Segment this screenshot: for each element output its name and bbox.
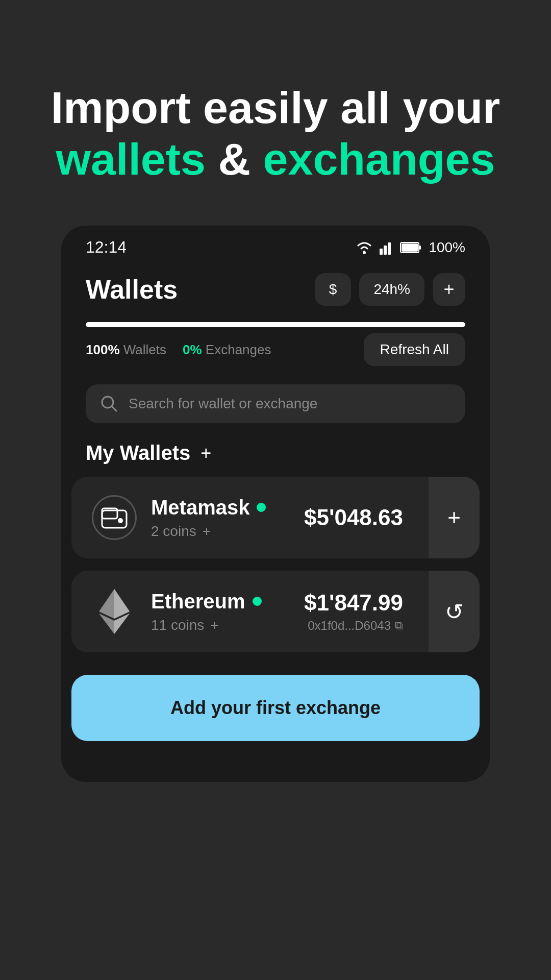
wallet-cards-area: Metamask 2 coins + $5'048.63 + [61,477,490,652]
ethereum-add-coins-button[interactable]: + [210,617,218,633]
ethereum-icon [92,589,137,634]
battery-icon [400,241,422,254]
ethereum-refresh-icon: ↺ [445,599,464,625]
ethereum-coins-count: 11 coins [151,617,204,633]
status-bar: 12:14 100% [61,226,490,265]
ethereum-wallet-card: Ethereum 11 coins + $1'847.99 0x1f0d...D… [71,571,480,652]
search-icon [100,395,118,413]
metamask-status-dot [257,503,266,512]
metamask-wallet-card: Metamask 2 coins + $5'048.63 + [71,477,480,558]
status-time: 12:14 [86,238,127,257]
ethereum-address-text: 0x1f0d...D6043 [308,619,391,633]
wifi-icon [355,240,373,255]
progress-labels-row: 100% Wallets 0% Exchanges Refresh All [86,333,465,366]
metamask-icon [92,495,137,540]
hero-wallets: wallets [56,134,206,184]
svg-point-0 [363,251,366,254]
phone-mockup: 12:14 100% Wallet [61,226,490,782]
progress-section: 100% Wallets 0% Exchanges Refresh All [61,318,490,374]
search-placeholder: Search for wallet or exchange [129,396,317,412]
status-icons: 100% [355,239,465,256]
svg-point-11 [118,518,123,523]
metamask-info: Metamask 2 coins + [151,496,290,540]
svg-rect-1 [380,249,383,255]
hero-line1: Import easily all your [51,82,500,133]
svg-rect-6 [402,243,418,252]
metamask-name: Metamask [151,496,249,519]
metamask-add-coins-button[interactable]: + [203,523,211,540]
refresh-all-button[interactable]: Refresh All [364,333,465,366]
progress-labels: 100% Wallets 0% Exchanges [86,342,271,358]
header-buttons: $ 24h% + [315,273,465,306]
app-title: Wallets [86,274,178,305]
ethereum-info: Ethereum 11 coins + [151,590,290,633]
wallets-pct: 100% [86,342,120,357]
search-bar[interactable]: Search for wallet or exchange [86,384,465,423]
app-header: Wallets $ 24h% + [61,265,490,318]
wallets-section-title: My Wallets [86,442,190,464]
ethereum-amount-area: $1'847.99 0x1f0d...D6043 ⧉ [304,590,403,633]
ethereum-name: Ethereum [151,590,245,613]
ethereum-action-button[interactable]: ↺ [429,571,480,652]
svg-rect-5 [419,246,421,250]
copy-icon[interactable]: ⧉ [395,619,403,632]
hero-section: Import easily all your wallets & exchang… [0,0,551,226]
progress-bar-fill [86,322,465,327]
add-to-wallets-button[interactable]: + [201,443,211,464]
wallets-progress-label: 100% Wallets [86,342,166,358]
metamask-amount: $5'048.63 [304,505,403,530]
progress-bar-container [86,322,465,327]
metamask-coins-count: 2 coins [151,523,196,540]
hero-title: Import easily all your wallets & exchang… [31,82,520,185]
exchanges-label-text: Exchanges [206,342,271,357]
ethereum-amount: $1'847.99 [304,590,403,615]
add-exchange-button[interactable]: Add your first exchange [71,675,480,741]
ethereum-name-row: Ethereum [151,590,290,613]
ethereum-address: 0x1f0d...D6043 ⧉ [304,619,403,633]
period-button[interactable]: 24h% [359,273,424,306]
hero-connector: & [206,134,263,184]
metamask-action-icon: + [447,505,461,530]
svg-rect-2 [384,246,387,255]
exchanges-progress-label: 0% Exchanges [183,342,271,358]
ethereum-coins: 11 coins + [151,617,290,633]
metamask-name-row: Metamask [151,496,290,519]
battery-text: 100% [429,239,465,256]
svg-line-8 [112,406,116,411]
hero-exchanges: exchanges [263,134,495,184]
svg-marker-13 [114,589,130,619]
signal-icon [380,240,394,255]
metamask-action-button[interactable]: + [429,477,480,558]
ethereum-status-dot [253,597,262,606]
metamask-coins: 2 coins + [151,523,290,540]
wallets-label-text: Wallets [123,342,166,357]
currency-button[interactable]: $ [315,273,352,306]
wallets-section-header: My Wallets + [61,433,490,477]
metamask-amount-area: $5'048.63 [304,505,403,530]
exchanges-pct: 0% [183,342,202,357]
svg-rect-3 [388,242,391,255]
add-wallet-button[interactable]: + [433,273,465,306]
